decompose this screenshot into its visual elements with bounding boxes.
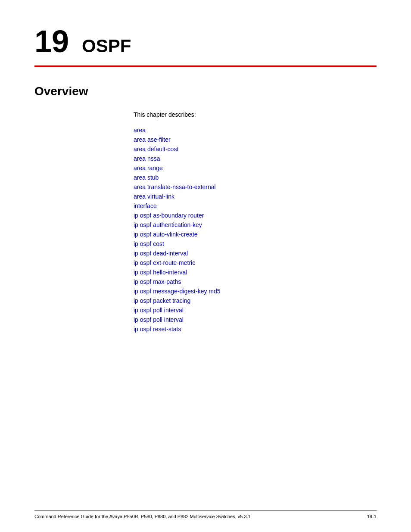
red-divider — [34, 65, 377, 67]
toc-list: areaarea ase-filterarea default-costarea… — [134, 127, 377, 333]
footer: Command Reference Guide for the Avaya P5… — [34, 510, 377, 519]
toc-item[interactable]: ip ospf poll interval — [134, 316, 377, 323]
toc-item[interactable]: ip ospf hello-interval — [134, 269, 377, 276]
toc-item[interactable]: ip ospf reset-stats — [134, 326, 377, 333]
toc-item[interactable]: area ase-filter — [134, 136, 377, 143]
toc-item[interactable]: area default-cost — [134, 146, 377, 152]
toc-item[interactable]: area — [134, 127, 377, 134]
toc-item[interactable]: ip ospf max-paths — [134, 278, 377, 285]
toc-item[interactable]: area nssa — [134, 155, 377, 162]
toc-item[interactable]: ip ospf ext-route-metric — [134, 259, 377, 266]
toc-item[interactable]: ip ospf dead-interval — [134, 250, 377, 257]
toc-item[interactable]: area stub — [134, 174, 377, 181]
intro-text: This chapter describes: — [134, 111, 377, 118]
toc-item[interactable]: interface — [134, 202, 377, 209]
toc-item[interactable]: ip ospf authentication-key — [134, 221, 377, 228]
toc-item[interactable]: ip ospf cost — [134, 240, 377, 247]
toc-item[interactable]: area virtual-link — [134, 193, 377, 200]
footer-left: Command Reference Guide for the Avaya P5… — [34, 514, 251, 519]
toc-item[interactable]: ip ospf poll interval — [134, 307, 377, 314]
chapter-number: 19 — [34, 26, 69, 57]
chapter-header: 19 OSPF — [34, 26, 377, 57]
toc-item[interactable]: area range — [134, 165, 377, 171]
toc-item[interactable]: ip ospf packet tracing — [134, 297, 377, 304]
toc-item[interactable]: ip ospf message-digest-key md5 — [134, 288, 377, 295]
page-container: 19 OSPF Overview This chapter describes:… — [0, 0, 411, 532]
section-title: Overview — [34, 84, 377, 98]
chapter-title: OSPF — [82, 36, 131, 56]
toc-item[interactable]: area translate-nssa-to-external — [134, 184, 377, 190]
toc-item[interactable]: ip ospf as-boundary router — [134, 212, 377, 219]
footer-right: 19-1 — [367, 514, 377, 519]
toc-item[interactable]: ip ospf auto-vlink-create — [134, 231, 377, 238]
